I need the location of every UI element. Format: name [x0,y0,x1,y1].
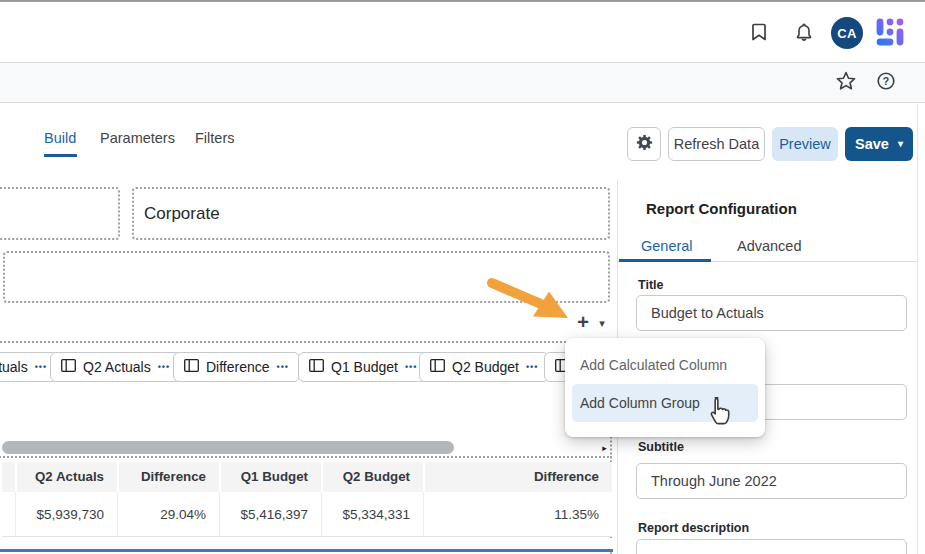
menu-item-add-column-group[interactable]: Add Column Group [572,384,758,422]
table-data-row: $5,939,730 29.04% $5,416,397 $5,334,331 … [2,492,612,537]
more-options-icon[interactable]: ••• [277,362,289,372]
table-cell: 29.04% [117,492,219,536]
column-chip-q2-budget[interactable]: Q2 Budget ••• [419,352,549,382]
star-icon [835,70,857,95]
column-icon [184,358,199,376]
help-icon: ? [875,70,897,95]
table-cell: $5,416,397 [219,492,321,536]
app-launcher-button[interactable] [872,15,908,51]
selection-bottom-border [0,549,613,552]
column-icon [61,358,76,376]
help-mark: ? [883,75,889,87]
report-header-cell-left[interactable] [0,187,120,240]
gear-icon [635,133,654,155]
save-menu-caret-icon[interactable]: ▾ [898,139,903,149]
menu-item-add-calculated-column[interactable]: Add Calculated Column [572,346,758,384]
panel-active-tab-underline [619,259,711,262]
report-header-cell-corporate[interactable]: Corporate [132,187,610,240]
column-chip-label: Difference [206,359,270,375]
more-options-icon[interactable]: ••• [35,362,47,372]
title-input[interactable] [636,295,907,331]
panel-right-border [917,104,918,554]
bell-icon [793,21,815,46]
table-header-cell: Difference [423,462,612,492]
save-button[interactable]: Save ▾ [845,127,913,161]
description-input[interactable] [636,539,907,554]
help-button[interactable]: ? [873,69,899,95]
tab-general[interactable]: General [641,238,693,254]
horizontal-scrollbar-thumb[interactable] [2,441,454,454]
tab-build[interactable]: Build [44,130,76,146]
report-subheader-cell[interactable] [3,251,610,303]
active-tab-underline [44,154,77,157]
bookmark-button[interactable] [746,20,772,46]
app-launcher-icon [873,15,907,52]
subtitle-input[interactable] [636,463,907,499]
column-chip-label: Q1 Actuals [0,359,28,375]
add-column-menu-button[interactable]: ▾ [594,314,610,332]
tab-parameters[interactable]: Parameters [100,130,175,146]
preview-table: Q2 Actuals Difference Q1 Budget Q2 Budge… [2,462,612,537]
column-chip-q1-budget[interactable]: Q1 Budget ••• [298,352,428,382]
table-cell [2,492,15,536]
column-icon [430,358,445,376]
column-chip-label: Q1 Budget [331,359,398,375]
column-chip-difference-1[interactable]: Difference ••• [173,352,300,382]
table-header-cell: Q2 Actuals [15,462,117,492]
title-field-label: Title [638,278,663,292]
save-label: Save [855,136,889,152]
secondary-toolbar: ? [0,62,925,103]
report-header-text: Corporate [134,189,608,238]
scroll-right-button[interactable]: ▸ [597,440,612,455]
table-header-cell [2,462,15,492]
tab-advanced[interactable]: Advanced [737,238,802,254]
refresh-data-button[interactable]: Refresh Data [668,127,765,161]
column-chip-q2-actuals[interactable]: Q2 Actuals ••• [50,352,181,382]
favorite-button[interactable] [833,69,859,95]
table-region-border [0,456,612,458]
table-header-row: Q2 Actuals Difference Q1 Budget Q2 Budge… [2,462,612,492]
table-partial-row [2,538,612,549]
description-field-label: Report description [638,521,749,535]
bookmark-icon [748,21,770,46]
preview-button[interactable]: Preview [772,127,838,161]
column-icon [309,358,324,376]
more-options-icon[interactable]: ••• [526,362,538,372]
table-cell: $5,334,331 [321,492,423,536]
table-header-cell: Difference [117,462,219,492]
table-header-cell: Q2 Budget [321,462,423,492]
top-navigation-bar: CA [0,2,925,62]
tab-filters[interactable]: Filters [195,130,234,146]
more-options-icon[interactable]: ••• [158,362,170,372]
column-chip-label: Q2 Actuals [83,359,151,375]
table-header-cell: Q1 Budget [219,462,321,492]
table-cell: 11.35% [423,492,612,536]
more-options-icon[interactable]: ••• [405,362,417,372]
subtitle-field-label: Subtitle [638,440,684,454]
notifications-button[interactable] [791,20,817,46]
panel-title: Report Configuration [646,200,797,217]
report-builder-page: CA [0,0,925,554]
user-avatar[interactable]: CA [831,17,863,49]
table-cell: $5,939,730 [15,492,117,536]
column-chip-label: Q2 Budget [452,359,519,375]
add-column-button[interactable]: + [572,310,594,334]
add-column-menu: Add Calculated Column Add Column Group [565,338,765,437]
settings-button[interactable] [627,127,661,161]
